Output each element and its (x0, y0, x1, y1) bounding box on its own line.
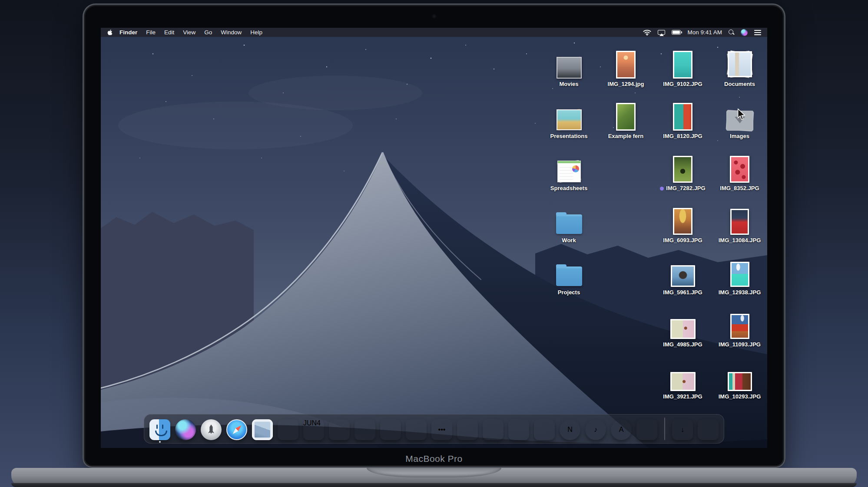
icon-label: IMG_7282.JPG (654, 185, 711, 192)
menu-item-window[interactable]: Window (216, 29, 246, 36)
dock-item-trash[interactable] (698, 419, 719, 440)
photo-thumbnail-icon (730, 262, 749, 287)
dock-item-numbers[interactable] (508, 419, 529, 440)
menu-item-edit[interactable]: Edit (160, 29, 179, 36)
desktop-icon-img-6093[interactable]: IMG_6093.JPG (654, 198, 711, 244)
photo-thumbnail-icon (670, 319, 696, 339)
icon-label: Work (540, 237, 597, 244)
pie-chart-icon (572, 165, 579, 172)
movies-stack-icon (555, 57, 583, 79)
menu-item-help[interactable]: Help (246, 29, 267, 36)
desktop-icon-example-fern[interactable]: Example fern (597, 94, 654, 140)
dock-item-system-preferences[interactable] (636, 419, 657, 440)
dock-item-notes[interactable] (329, 419, 350, 440)
siri-menu-icon[interactable] (741, 29, 748, 36)
macbook-base (11, 468, 857, 487)
menu-left: FinderFileEditViewGoWindowHelp (107, 29, 267, 36)
menu-item-view[interactable]: View (179, 29, 200, 36)
dock-item-app-store[interactable]: A (611, 419, 632, 440)
dock-item-messages[interactable]: ••• (431, 419, 452, 440)
desktop-icon-projects[interactable]: Projects (540, 250, 597, 296)
desktop-icon-img-12938[interactable]: IMG_12938.JPG (711, 250, 767, 296)
notes-icon (329, 419, 350, 440)
dock-item-mail[interactable] (252, 419, 273, 440)
icon-label: Example fern (597, 133, 654, 140)
icon-label: IMG_6093.JPG (654, 237, 711, 244)
safari-icon (226, 419, 247, 440)
pages-icon (483, 419, 504, 440)
airplay-icon[interactable] (658, 30, 665, 35)
desktop-icon-img-8120[interactable]: IMG_8120.JPG (654, 94, 711, 140)
desktop-icon-movies[interactable]: Movies (540, 42, 597, 88)
desktop-icon-presentations[interactable]: Presentations (540, 94, 597, 140)
desktop-icon-images[interactable]: Images (711, 94, 767, 140)
icon-label: IMG_9102.JPG (654, 81, 711, 88)
facetime-icon (457, 419, 478, 440)
contacts-icon (278, 419, 298, 440)
dock-item-keynote[interactable] (534, 419, 555, 440)
photo-thumbnail-icon (673, 103, 692, 131)
dock-item-itunes[interactable]: ♪ (585, 419, 606, 440)
battery-icon[interactable] (672, 30, 681, 35)
mail-icon (252, 419, 273, 440)
desktop-icon-img-1294[interactable]: IMG_1294.jpg (597, 42, 654, 88)
menu-clock[interactable]: Mon 9:41 AM (687, 29, 722, 36)
calendar-month: JUN (303, 419, 317, 427)
dock-item-photos[interactable] (406, 419, 427, 440)
presentations-stack-icon (555, 109, 583, 131)
dock-item-siri[interactable] (175, 419, 196, 440)
dock-item-downloads[interactable]: ↓ (672, 419, 693, 440)
dock-item-facetime[interactable] (457, 419, 478, 440)
dock-item-pages[interactable] (483, 419, 504, 440)
desktop-icon-img-10293[interactable]: IMG_10293.JPG (711, 355, 767, 400)
desktop-icon-img-13084[interactable]: IMG_13084.JPG (711, 198, 767, 244)
desktop-icon-spreadsheets[interactable]: Spreadsheets (540, 146, 597, 192)
wifi-icon[interactable] (643, 30, 651, 36)
desktop-icon-img-5961[interactable]: IMG_5961.JPG (654, 250, 711, 296)
icon-label: Documents (711, 81, 767, 88)
menu-item-finder[interactable]: Finder (115, 29, 142, 36)
desktop-icon-documents[interactable]: Documents (711, 42, 767, 88)
screen: FinderFileEditViewGoWindowHelp Mon 9:41 … (101, 28, 767, 448)
calendar-icon: JUN4 (303, 419, 324, 440)
dock-item-reminders[interactable] (354, 419, 375, 440)
app-store-icon: A (611, 419, 632, 440)
icon-label: IMG_3921.JPG (654, 394, 711, 400)
system-preferences-icon (636, 419, 657, 440)
macbook-label: MacBook Pro (83, 454, 785, 464)
desktop-icon-work[interactable]: Work (540, 198, 597, 244)
menu-item-go[interactable]: Go (200, 29, 216, 36)
itunes-icon: ♪ (585, 419, 606, 440)
desktop-icon-img-3921[interactable]: IMG_3921.JPG (654, 355, 711, 400)
dock-item-safari[interactable] (226, 419, 247, 440)
photo-thumbnail-icon (728, 372, 752, 391)
dock-item-calendar[interactable]: JUN4 (303, 419, 324, 440)
desktop-icon-img-8352[interactable]: IMG_8352.JPG (711, 146, 767, 192)
images-stack-icon (726, 111, 753, 131)
apple-menu-icon[interactable] (107, 29, 113, 36)
desktop-icons: MoviesIMG_1294.jpgIMG_9102.JPGDocumentsP… (101, 28, 767, 448)
desktop-icon-img-4985[interactable]: IMG_4985.JPG (654, 303, 711, 348)
maps-icon (380, 419, 401, 440)
dock-item-news[interactable]: N (560, 419, 580, 440)
photo-thumbnail-icon (730, 156, 749, 183)
notification-center-icon[interactable] (754, 30, 761, 31)
messages-icon: ••• (431, 419, 452, 440)
calendar-day: 4 (317, 419, 321, 427)
menu-bar: FinderFileEditViewGoWindowHelp Mon 9:41 … (101, 28, 767, 37)
icon-label: IMG_11093.JPG (711, 342, 767, 348)
icon-label: IMG_8120.JPG (654, 133, 711, 140)
desktop-icon-img-7282[interactable]: IMG_7282.JPG (654, 146, 711, 192)
numbers-icon (508, 419, 529, 440)
photos-icon (406, 419, 427, 440)
drop-triangle-icon (735, 117, 745, 123)
desktop-icon-img-11093[interactable]: IMG_11093.JPG (711, 303, 767, 348)
dock-item-maps[interactable] (380, 419, 401, 440)
spotlight-icon[interactable] (729, 30, 734, 35)
menu-item-file[interactable]: File (142, 29, 160, 36)
dock-item-contacts[interactable] (278, 419, 298, 440)
dock-item-finder[interactable] (149, 419, 170, 440)
photo-thumbnail-icon (673, 51, 692, 79)
dock-item-launchpad[interactable] (201, 419, 222, 440)
desktop-icon-img-9102[interactable]: IMG_9102.JPG (654, 42, 711, 88)
